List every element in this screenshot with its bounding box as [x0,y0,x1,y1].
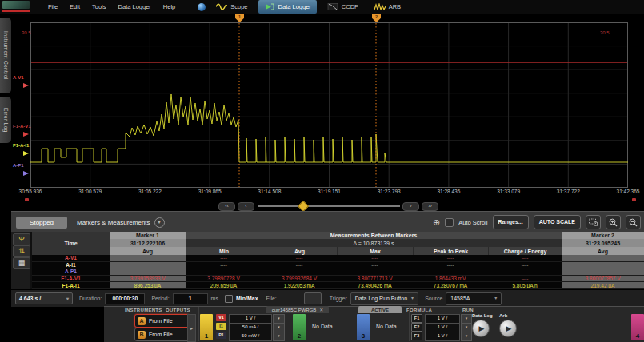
auto-scroll-toggle[interactable] [445,218,454,227]
menu-file[interactable]: File [48,3,58,10]
instruments-header: INSTRUMENTS [125,308,162,312]
marker-1-flag[interactable]: 1 [235,14,244,22]
source-caret-icon: ▾ [494,293,497,304]
file-browse-button[interactable]: … [304,292,322,304]
minmax-checkbox[interactable] [225,295,233,303]
app-tab-data-logger[interactable]: Data Logger [258,0,317,14]
trace-ref-a-p1-label: A-P1 [13,163,24,168]
scroll-right-button[interactable]: › [402,202,419,211]
app-tab-ccdf-label: CCDF [342,3,358,10]
period-field[interactable]: 1 [173,293,208,304]
marker1-header[interactable]: Marker 1 [110,232,186,239]
duration-field[interactable]: 000:00:30 [105,293,145,304]
minmax-label[interactable]: Min/Max [236,296,258,301]
channel-1-p1-scale-dropdown[interactable]: 50 mW / [229,332,272,341]
trace-ref-a-p1-arrow-icon[interactable] [23,171,29,176]
formula-f2-tag: F2 [411,323,422,332]
markers-tool-icon[interactable]: Ψ [13,233,30,245]
zoom-in-icon [609,218,618,227]
measurements-table-section: Ψ ⇅ ▦ Marker 1 Measurements Between Mark… [11,232,644,289]
active-tab[interactable]: ACTIVE [358,306,402,313]
chart-scroll-row: ‹‹ ‹ › ›› [11,201,644,211]
sidebar-tab-error-log[interactable]: Error Log [0,97,11,143]
collapse-panel-chevron[interactable]: ▾ [154,217,165,228]
channel-1-i1-tag: I1 [216,323,226,330]
active-tab-label: ACTIVE [371,308,389,312]
run-data-log-play-button[interactable]: ▶ [472,320,490,337]
scroll-track[interactable] [258,205,400,207]
scroll-fast-left-button[interactable]: ‹‹ [218,202,235,211]
col-header-avg[interactable]: Avg [262,247,337,255]
table-cell-min: ---- [186,268,262,276]
marker2-header[interactable]: Marker 2 [562,232,644,239]
marker-2-flag[interactable]: 2 [372,14,381,22]
stopped-status-button[interactable]: Stopped [16,217,67,229]
trigger-label: Trigger [330,296,347,301]
auto-scale-button[interactable]: AUTO SCALE [534,215,581,229]
pan-crosshair-icon[interactable]: ⊕ [433,218,440,227]
auto-scroll-label[interactable]: Auto Scroll [458,219,487,226]
grid-view-icon[interactable]: ▦ [13,257,30,269]
channel-2-bar[interactable]: 2 [293,314,306,340]
dropdown-caret-icon[interactable]: ▾ [461,332,472,341]
trace-ref-f1-a-i1-arrow-icon[interactable] [23,151,29,156]
table-row-label: A-V1 [32,255,110,262]
trigger-dropdown[interactable]: Data Log Run Button ▾ [350,292,418,305]
channel-3-number: 3 [362,332,365,340]
trace-ref-a-v1-arrow-icon[interactable] [23,83,29,88]
formula-f3-scale-dropdown[interactable]: 1 V / [425,332,460,341]
ranges-button[interactable]: Ranges... [493,215,529,229]
scroll-handle[interactable] [298,201,309,212]
app-tab-scope[interactable]: Scope [210,0,253,14]
menu-items: File Edit Tools Data Logger Help [48,3,175,10]
app-tab-arb[interactable]: ARB [369,0,406,14]
measure-arrows-icon[interactable]: ⇅ [13,245,30,257]
app-tab-data-logger-label: Data Logger [278,3,311,10]
scale-label-right: 30.5 [600,30,610,35]
instruments-expander[interactable]: ▸ [187,314,196,342]
x-axis-label: 31:37.722 [557,189,580,194]
menu-help[interactable]: Help [163,3,175,10]
scale-label-left: 30.5 [22,30,31,35]
table-cell-max: ---- [337,262,413,269]
x-axis-label: 31:28.436 [437,189,460,194]
scroll-fast-right-button[interactable]: ›› [422,202,438,211]
table-cell-max: ---- [337,255,413,262]
channel-4-bar[interactable]: 4 [631,314,644,340]
data-file-tab[interactable]: curr14585C PWRGB ✕ [266,306,329,313]
instrument-b-button[interactable]: BFrom File [134,328,190,341]
run-arb-label: Arb [499,313,507,318]
timebase-dropdown[interactable]: 4.643 s / ▾ [15,292,73,304]
section-divider [198,307,199,341]
measurements-table: Marker 1 Measurements Between Markers Ma… [32,232,644,289]
scroll-left-button[interactable]: ‹ [238,202,254,211]
logo-mark [2,1,30,9]
run-arb-play-button[interactable]: ▶ [499,320,517,337]
source-dropdown[interactable]: 14585A ▾ [446,292,502,305]
trace-ref-f1-a-v1-arrow-icon[interactable] [23,132,29,137]
table-cell-m1: 896.253 µA [110,282,186,289]
dropdown-caret-icon[interactable]: ▾ [273,332,285,341]
sidebar-tab-instrument-control[interactable]: Instrument Control [0,18,11,93]
instrument-a-button[interactable]: AFrom File [134,314,190,328]
col-header-max[interactable]: Max [337,247,413,255]
menu-edit[interactable]: Edit [70,3,80,10]
menu-data-logger[interactable]: Data Logger [118,3,151,10]
channel-3-bar[interactable]: 3 [357,314,370,340]
app-switcher: Scope Data Logger CCDF ARB [190,0,406,14]
zoom-in-button[interactable] [606,215,621,229]
col-header-peak-to-peak[interactable]: Peak to Peak [413,247,488,255]
zoom-region-button[interactable] [586,215,601,229]
app-tab-ccdf[interactable]: CCDF [322,0,364,14]
zoom-out-button[interactable] [626,215,641,229]
channel-1-bar[interactable]: 1 [200,314,213,340]
benchvue-home-icon[interactable] [198,3,206,11]
table-cell-max: ---- [337,268,413,276]
sidebar-tab-error-log-label: Error Log [3,108,9,133]
waveform-plot[interactable] [30,22,628,188]
table-cell-avg: ---- [262,262,337,269]
col-header-charge-energy[interactable]: Charge / Energy [488,247,562,255]
close-tab-icon[interactable]: ✕ [319,307,323,312]
menu-tools[interactable]: Tools [92,3,106,10]
col-header-min[interactable]: Min [186,247,262,255]
